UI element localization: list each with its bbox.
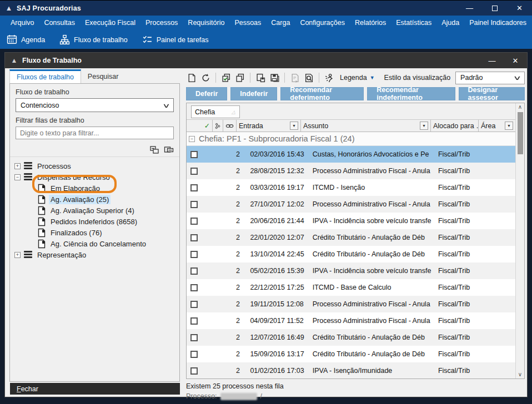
- column-filter-dropdown-icon[interactable]: ▼: [505, 122, 513, 130]
- menu-item-ajuda[interactable]: Ajuda: [436, 16, 464, 31]
- row-checkbox[interactable]: [190, 267, 198, 275]
- fechar-button[interactable]: Fechar: [10, 383, 180, 395]
- table-row[interactable]: 2 28/08/2015 12:32 Processo Administrati…: [187, 163, 515, 179]
- style-label: Estilo da visualização: [384, 74, 451, 82]
- row-checkbox[interactable]: [190, 284, 198, 291]
- collapse-group-icon[interactable]: −: [189, 136, 195, 142]
- recomendar-deferimento-button[interactable]: Recomendar deferimento: [280, 87, 364, 100]
- tree-item-em-elabora-o[interactable]: Em Elaboração: [10, 183, 179, 194]
- new-item-icon[interactable]: [186, 72, 197, 83]
- tree-item-dispensas-de-recurso[interactable]: −Dispensas de Recurso: [10, 171, 179, 183]
- row-checkbox[interactable]: [190, 301, 198, 308]
- collapse-tree-icon[interactable]: [164, 145, 174, 154]
- column-assunto[interactable]: Assunto ▼: [301, 120, 431, 132]
- check-icon[interactable]: ✓: [202, 120, 213, 132]
- scroll-up-icon[interactable]: ∧: [518, 103, 522, 111]
- scroll-down-icon[interactable]: ∨: [518, 371, 522, 378]
- tree-item-ag-avalia-o-superior-4[interactable]: Ag. Avaliação Superior (4): [10, 205, 179, 216]
- row-checkbox[interactable]: [190, 334, 198, 341]
- row-checkbox[interactable]: [190, 168, 198, 175]
- copy-check-icon[interactable]: [220, 72, 232, 83]
- table-row[interactable]: 2 03/03/2016 19:17 ITCMD - Isenção Fisca…: [187, 179, 515, 196]
- table-row[interactable]: 2 19/11/2015 12:08 Processo Administrati…: [187, 296, 515, 312]
- row-checkbox[interactable]: [190, 351, 198, 358]
- menu-item-carga[interactable]: Carga: [266, 16, 295, 31]
- menu-item-execu-o-fiscal[interactable]: Execução Fiscal: [80, 16, 140, 31]
- tree-item-ag-ci-ncia-do-cancelamento[interactable]: Ag. Ciência do Cancelamento: [10, 238, 179, 249]
- table-row[interactable]: 2 13/10/2014 22:45 Crédito Tributário - …: [187, 246, 515, 262]
- column-filter-dropdown-icon[interactable]: ▼: [420, 122, 428, 130]
- legend-person-icon[interactable]: [324, 72, 335, 83]
- refresh-icon[interactable]: [200, 72, 211, 83]
- expand-icon[interactable]: +: [14, 163, 21, 169]
- copy-save-icon[interactable]: [255, 72, 266, 83]
- deferir-button[interactable]: Deferir: [186, 87, 227, 100]
- table-row[interactable]: 2 01/02/2016 17:03 IPVA - Isenção/Imunid…: [187, 362, 515, 378]
- tree-item-finalizados-76[interactable]: Finalizados (76): [10, 227, 179, 238]
- legenda-dropdown[interactable]: Legenda▼: [340, 74, 375, 82]
- table-row[interactable]: 2 22/12/2015 17:25 ITCMD - Base de Calcu…: [187, 279, 515, 296]
- preview-search-icon[interactable]: [303, 72, 314, 83]
- table-row[interactable]: 2 12/07/2016 16:49 Crédito Tributário - …: [187, 329, 515, 346]
- group-header-row[interactable]: − Chefia: PF1 - Subprocuradoria Fiscal 1…: [187, 132, 515, 146]
- expand-tree-icon[interactable]: [149, 145, 159, 154]
- row-checkbox[interactable]: [190, 201, 198, 208]
- indeferir-button[interactable]: Indeferir: [230, 87, 277, 100]
- tree-item-pedidos-indeferidos-8658[interactable]: Pedidos Indeferidos (8658): [10, 216, 179, 227]
- table-row[interactable]: 2 27/10/2017 12:02 Processo Administrati…: [187, 196, 515, 213]
- menu-item-configura-es[interactable]: Configurações: [295, 16, 350, 31]
- menu-item-estat-sticas[interactable]: Estatísticas: [391, 16, 436, 31]
- column-filter-dropdown-icon[interactable]: ▼: [290, 122, 298, 130]
- workflow-minimize-button[interactable]: —: [480, 53, 504, 68]
- menu-item-relat-rios[interactable]: Relatórios: [350, 16, 391, 31]
- row-checkbox[interactable]: [190, 218, 198, 225]
- designar-assessor-button[interactable]: Designar assessor: [459, 87, 525, 100]
- vertical-scrollbar[interactable]: ∧ ∨: [515, 103, 524, 378]
- table-row[interactable]: 2 15/09/2016 13:17 Crédito Tributário - …: [187, 346, 515, 362]
- row-checkbox[interactable]: [190, 251, 198, 258]
- save-as-icon[interactable]: [269, 72, 280, 83]
- filter-input[interactable]: Digite o texto para filtrar...: [16, 127, 174, 139]
- minimize-button[interactable]: —: [457, 1, 482, 16]
- table-row[interactable]: 2 20/06/2016 21:44 IPVA - Incidência sob…: [187, 213, 515, 229]
- row-checkbox[interactable]: [190, 367, 198, 375]
- recomendar-indeferimento-button[interactable]: Recomendar indeferimento: [367, 87, 455, 100]
- table-row[interactable]: 2 04/09/2017 11:52 Processo Administrati…: [187, 312, 515, 329]
- tab-fluxos-de-trabalho[interactable]: Fluxos de trabalho: [9, 69, 81, 83]
- menu-item-painel-indicadores[interactable]: Painel Indicadores: [464, 16, 531, 31]
- flow-select[interactable]: Contencioso ∨: [16, 98, 174, 112]
- column-alocado-para[interactable]: Alocado para … ▼: [431, 120, 479, 132]
- expand-icon[interactable]: +: [14, 252, 21, 258]
- column-area[interactable]: Área ▼: [479, 120, 515, 132]
- menu-item-arquivo[interactable]: Arquivo: [6, 16, 39, 31]
- column-entrada[interactable]: Entrada ▼: [237, 120, 301, 132]
- group-tab-chefia[interactable]: Chefia △: [191, 105, 240, 118]
- menu-item-requisit-rio[interactable]: Requisitório: [183, 16, 229, 31]
- tree-item-representa-o[interactable]: +Representação: [10, 249, 179, 260]
- menu-item-pessoas[interactable]: Pessoas: [229, 16, 266, 31]
- table-row[interactable]: 2 22/01/2020 12:07 Crédito Tributário - …: [187, 229, 515, 246]
- tree-item-ag-avalia-o-25[interactable]: Ag. Avaliação (25): [10, 194, 179, 205]
- style-select[interactable]: Padrão∨: [455, 72, 525, 84]
- toolbar-item-agenda[interactable]: Agenda: [7, 34, 45, 45]
- menu-item-processos[interactable]: Processos: [140, 16, 183, 31]
- tree-item-processos[interactable]: +Processos: [10, 160, 179, 171]
- hierarchy-icon[interactable]: [213, 120, 223, 132]
- table-row[interactable]: 2 02/03/2016 15:43 Custas, Honorários Ad…: [187, 146, 515, 163]
- row-checkbox[interactable]: [190, 151, 198, 158]
- menu-item-consultas[interactable]: Consultas: [39, 16, 80, 31]
- close-button[interactable]: ✕: [507, 1, 532, 16]
- table-row[interactable]: 2 05/02/2016 15:39 IPVA - Incidência sob…: [187, 262, 515, 279]
- link-icon[interactable]: [223, 120, 237, 132]
- maximize-button[interactable]: [482, 1, 507, 16]
- row-checkbox[interactable]: [190, 184, 198, 191]
- collapse-icon[interactable]: −: [14, 174, 21, 180]
- scrollbar-thumb[interactable]: [518, 112, 523, 154]
- copy-icon[interactable]: [234, 72, 245, 83]
- toolbar-item-painel-de-tarefas[interactable]: Painel de tarefas: [142, 34, 209, 45]
- toolbar-item-fluxo-de-trabalho[interactable]: Fluxo de trabalho: [59, 34, 128, 45]
- tab-pesquisar[interactable]: Pesquisar: [81, 71, 126, 83]
- workflow-close-button[interactable]: ✕: [504, 53, 527, 68]
- row-checkbox[interactable]: [190, 317, 198, 325]
- row-checkbox[interactable]: [190, 234, 198, 241]
